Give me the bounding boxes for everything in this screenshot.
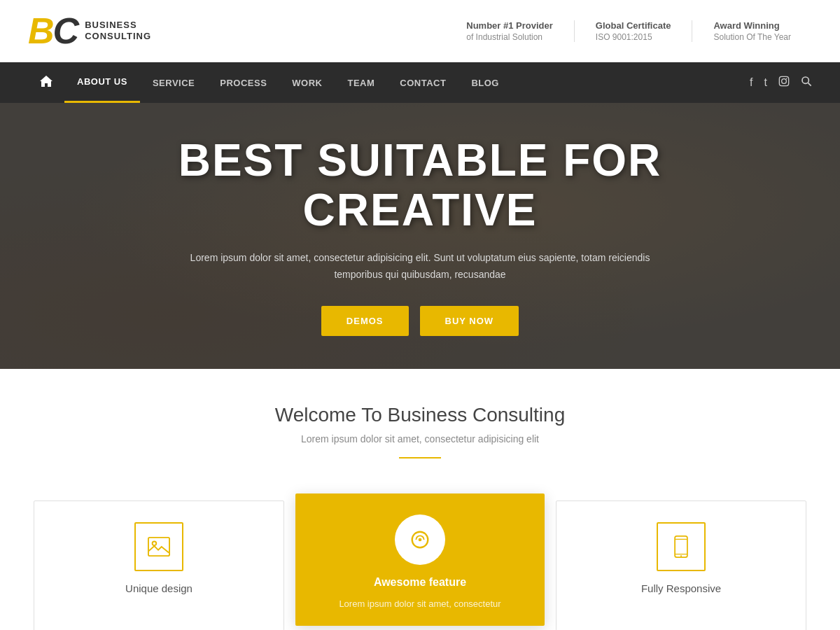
svg-point-1 [782, 79, 787, 84]
card-unique-design: Unique design [34, 500, 284, 630]
nav-item-blog[interactable]: BLOG [458, 64, 512, 102]
card-name-2: Awesome feature [295, 576, 545, 597]
card-icon-box-1 [134, 522, 183, 571]
nav-right: f t [750, 76, 812, 90]
hero-description: Lorem ipsum dolor sit amet, consectetur … [182, 250, 658, 284]
logo[interactable]: BC BUSINESS CONSULTING [28, 13, 151, 49]
hero-title: BEST SUITABLE FOR CREATIVE [147, 136, 693, 234]
svg-rect-5 [148, 538, 169, 556]
svg-point-3 [802, 77, 808, 83]
svg-rect-0 [779, 76, 788, 85]
logo-c: C [53, 10, 78, 51]
svg-point-6 [153, 541, 157, 545]
nav-item-team[interactable]: TEAM [335, 64, 387, 102]
svg-point-8 [419, 538, 422, 542]
card-icon-box-3 [657, 522, 706, 571]
buy-now-button[interactable]: BUY NOW [420, 306, 519, 336]
search-icon[interactable] [801, 76, 812, 90]
main-nav: ABOUT US SERVICE PROCESS WORK TEAM CONTA… [0, 62, 840, 103]
logo-b: B [28, 10, 53, 51]
svg-point-2 [786, 78, 788, 80]
top-bar: BC BUSINESS CONSULTING Number #1 Provide… [0, 0, 840, 62]
nav-home-button[interactable] [28, 62, 64, 103]
hero-content: BEST SUITABLE FOR CREATIVE Lorem ipsum d… [105, 136, 735, 335]
logo-line2: CONSULTING [85, 31, 151, 42]
nav-item-contact[interactable]: CONTACT [387, 64, 458, 102]
mobile-icon [670, 536, 692, 558]
info-item-3: Award Winning Solution Of The Year [692, 20, 812, 42]
welcome-sub: Lorem ipsum dolor sit amet, consectetur … [28, 433, 812, 444]
info-title-3: Award Winning [713, 20, 791, 31]
card-desc-2: Lorem ipsum dolor sit amet, consectetur [295, 597, 545, 626]
top-info: Number #1 Provider of Industrial Solutio… [445, 20, 812, 42]
feature-icon [409, 528, 431, 551]
logo-line1: BUSINESS [85, 20, 151, 31]
card-fully-responsive: Fully Responsive [556, 500, 806, 630]
info-sub-1: of Industrial Solution [466, 32, 553, 42]
nav-item-work[interactable]: WORK [279, 64, 335, 102]
card-icon-wrap-1 [34, 501, 284, 582]
card-icon-wrap-3 [556, 501, 806, 582]
logo-text: BUSINESS CONSULTING [85, 20, 151, 41]
image-icon [148, 536, 170, 558]
card-name-3: Fully Responsive [556, 582, 806, 603]
nav-item-process[interactable]: PROCESS [207, 64, 279, 102]
demos-button[interactable]: DEMOS [321, 306, 409, 336]
hero-section: BEST SUITABLE FOR CREATIVE Lorem ipsum d… [0, 103, 840, 369]
twitter-icon[interactable]: t [764, 76, 767, 89]
card-name-1: Unique design [34, 582, 284, 603]
svg-line-4 [808, 83, 811, 85]
logo-letters: BC [28, 13, 78, 49]
info-title-2: Global Certificate [596, 20, 671, 31]
facebook-icon[interactable]: f [750, 76, 752, 89]
info-item-1: Number #1 Provider of Industrial Solutio… [445, 20, 575, 42]
card-awesome-feature: Awesome feature Lorem ipsum dolor sit am… [295, 493, 545, 626]
hero-buttons: DEMOS BUY NOW [147, 306, 693, 336]
cards-section: Unique design Awesome feature Lorem ipsu… [0, 479, 840, 630]
info-title-1: Number #1 Provider [466, 20, 553, 31]
nav-item-about[interactable]: ABOUT US [64, 62, 140, 103]
nav-left: ABOUT US SERVICE PROCESS WORK TEAM CONTA… [28, 62, 512, 103]
nav-item-service[interactable]: SERVICE [140, 64, 207, 102]
instagram-icon[interactable] [778, 76, 790, 90]
svg-point-12 [680, 555, 682, 556]
info-sub-2: ISO 9001:2015 [596, 32, 671, 42]
card-icon-circle-2 [395, 514, 445, 565]
welcome-divider [399, 457, 441, 458]
info-sub-3: Solution Of The Year [713, 32, 791, 42]
info-item-2: Global Certificate ISO 9001:2015 [575, 20, 693, 42]
welcome-title: Welcome To Business Consulting [28, 404, 812, 426]
welcome-section: Welcome To Business Consulting Lorem ips… [0, 369, 840, 479]
